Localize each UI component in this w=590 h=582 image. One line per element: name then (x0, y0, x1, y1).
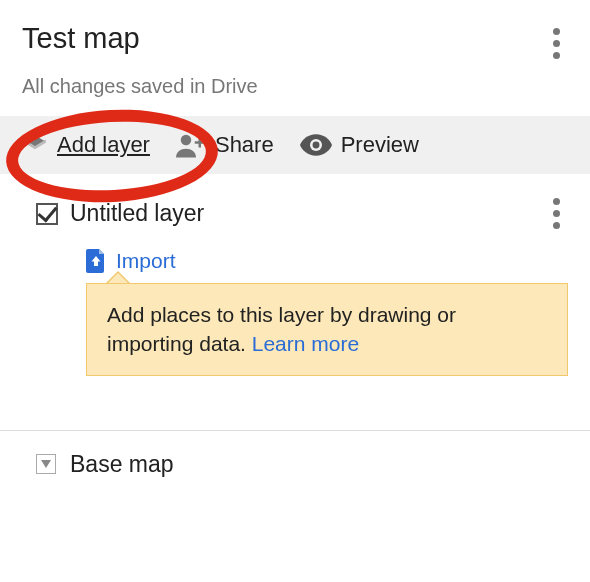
import-button[interactable]: Import (86, 249, 568, 273)
popover-arrow (106, 271, 130, 283)
layer-visibility-checkbox[interactable] (36, 203, 58, 225)
preview-label: Preview (341, 132, 419, 158)
svg-point-0 (181, 135, 192, 146)
eye-icon (300, 133, 332, 157)
preview-button[interactable]: Preview (300, 132, 419, 158)
share-button[interactable]: Share (176, 130, 274, 160)
layer-options-menu[interactable] (545, 192, 568, 235)
toolbar: Add layer Share Preview (0, 116, 590, 174)
add-layer-button[interactable]: Add layer (22, 132, 150, 158)
file-upload-icon (86, 249, 106, 273)
import-label: Import (116, 249, 176, 273)
layer-item: Untitled layer Import Add places to this… (0, 174, 590, 376)
share-label: Share (215, 132, 274, 158)
page-title[interactable]: Test map (22, 22, 140, 55)
add-layer-label: Add layer (57, 132, 150, 158)
basemap-label[interactable]: Base map (70, 451, 174, 478)
basemap-toggle[interactable] (36, 454, 56, 474)
map-options-menu[interactable] (545, 22, 568, 65)
person-add-icon (176, 130, 206, 160)
layers-icon (22, 132, 48, 158)
svg-point-2 (312, 142, 319, 149)
save-status: All changes saved in Drive (0, 71, 590, 116)
layer-hint-popover: Add places to this layer by drawing or i… (86, 283, 568, 376)
layer-name[interactable]: Untitled layer (70, 200, 204, 227)
learn-more-link[interactable]: Learn more (252, 332, 359, 355)
